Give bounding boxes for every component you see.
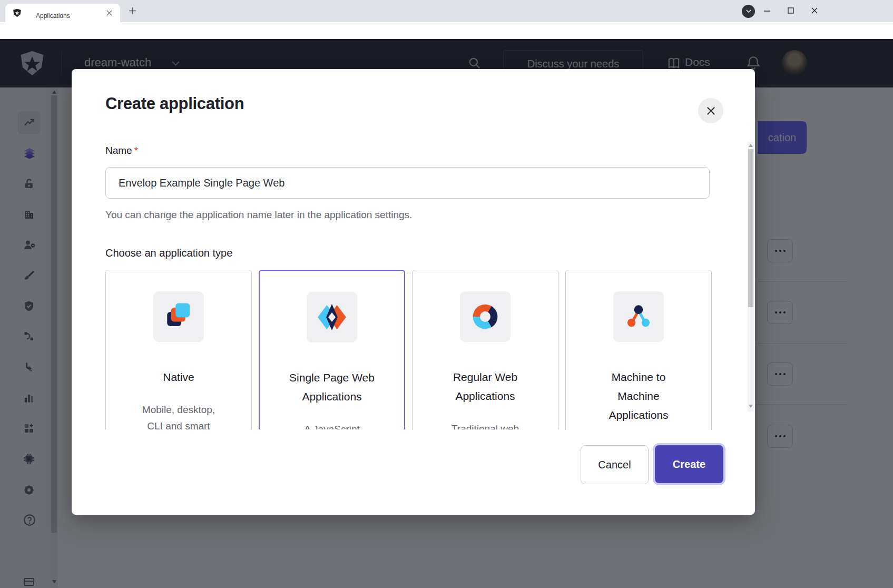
name-label: Name* bbox=[105, 145, 721, 156]
scroll-up-arrow-icon[interactable] bbox=[749, 144, 753, 147]
auth0-favicon bbox=[13, 8, 22, 17]
browser-tab-strip: Applications bbox=[0, 0, 893, 22]
tab-title: Applications bbox=[36, 12, 70, 19]
modal-close-button[interactable] bbox=[698, 98, 723, 123]
card-title: Machine toMachineApplications bbox=[566, 368, 711, 425]
cancel-button[interactable]: Cancel bbox=[581, 445, 649, 484]
window-close-button[interactable] bbox=[811, 7, 818, 14]
required-asterisk: * bbox=[134, 145, 138, 156]
card-regular-web[interactable]: Regular WebApplications Traditional web bbox=[412, 270, 558, 429]
native-icon bbox=[153, 291, 204, 342]
create-application-modal: Create application Name* You can change … bbox=[72, 69, 755, 515]
card-native[interactable]: Native Mobile, desktop,CLI and smart bbox=[105, 270, 252, 429]
card-single-page-web[interactable]: Single Page WebApplications A JavaScript bbox=[259, 270, 405, 429]
card-description: Mobile, desktop,CLI and smart bbox=[106, 401, 251, 429]
page-viewport: dream-watch Discuss your needs Docs bbox=[0, 39, 893, 588]
new-tab-button[interactable] bbox=[129, 7, 136, 15]
application-name-input[interactable] bbox=[105, 167, 710, 199]
modal-scrollbar-thumb[interactable] bbox=[748, 149, 753, 307]
card-description: Traditional web bbox=[413, 420, 558, 429]
tab-close-icon[interactable] bbox=[106, 10, 112, 16]
close-icon bbox=[706, 106, 716, 116]
scroll-down-arrow-icon[interactable] bbox=[748, 403, 754, 408]
regular-web-icon bbox=[460, 291, 511, 342]
browser-update-menu-icon[interactable] bbox=[742, 5, 755, 18]
card-machine-to-machine[interactable]: Machine toMachineApplications bbox=[565, 270, 712, 429]
window-maximize-button[interactable] bbox=[788, 7, 794, 14]
window-minimize-button[interactable] bbox=[764, 11, 771, 12]
card-title: Native bbox=[106, 368, 251, 387]
create-button[interactable]: Create bbox=[655, 445, 723, 483]
choose-type-label: Choose an application type bbox=[105, 247, 721, 259]
application-type-cards: Native Mobile, desktop,CLI and smart Sin… bbox=[105, 270, 721, 429]
browser-toolbar: manage.auth0.com/dashboard/eu/dream-watc… bbox=[0, 22, 893, 40]
browser-tab[interactable]: Applications bbox=[5, 4, 120, 22]
card-title: Single Page WebApplications bbox=[260, 368, 404, 406]
modal-body: Name* You can change the application nam… bbox=[72, 131, 755, 429]
card-title: Regular WebApplications bbox=[413, 368, 558, 406]
name-helper-text: You can change the application name late… bbox=[105, 209, 721, 221]
spa-icon bbox=[307, 292, 357, 342]
modal-title: Create application bbox=[105, 94, 244, 113]
modal-scrollbar[interactable] bbox=[748, 142, 754, 411]
card-description: A JavaScript bbox=[260, 421, 404, 429]
m2m-icon bbox=[613, 291, 664, 342]
